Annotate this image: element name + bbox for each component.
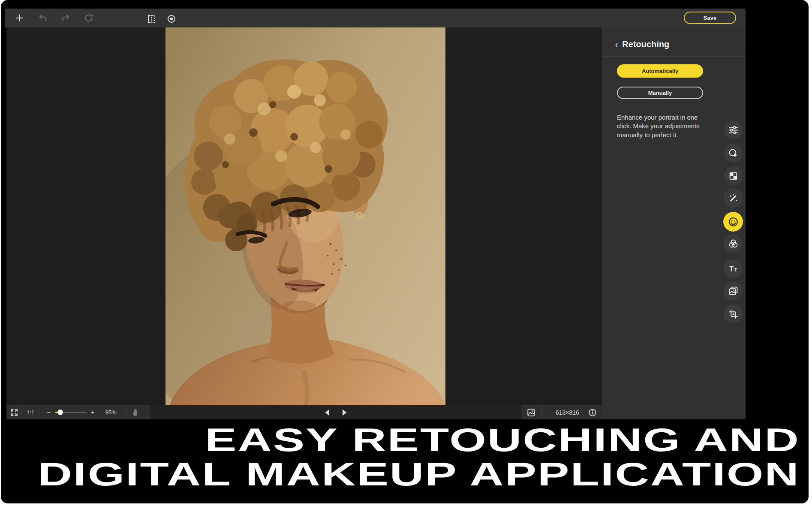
panel-back-header[interactable]: ‹ Retouching	[615, 39, 669, 49]
preview-eye-icon[interactable]	[166, 14, 177, 24]
picture-overlay-icon	[728, 286, 739, 296]
fit-screen-icon[interactable]	[9, 408, 19, 417]
portrait-photo	[165, 27, 445, 405]
zoom-in-button[interactable]: +	[90, 409, 94, 416]
crop-icon	[728, 309, 739, 319]
tool-adjustments[interactable]	[724, 120, 743, 139]
sliders-icon	[728, 125, 739, 136]
editor-canvas[interactable]	[6, 27, 602, 405]
tool-overlays[interactable]	[724, 281, 743, 300]
image-thumbnail-icon[interactable]	[526, 408, 536, 417]
headline-line-2: DIGITAL MAKEUP APPLICATION	[38, 457, 800, 491]
panel-divider	[602, 56, 746, 57]
smiley-face-icon	[728, 217, 739, 227]
tool-crop[interactable]	[724, 304, 743, 323]
next-photo-button[interactable]	[339, 407, 349, 418]
compare-before-after-icon[interactable]	[146, 14, 156, 24]
app-window: Save	[1, 0, 809, 503]
zoom-slider-thumb[interactable]	[57, 410, 63, 415]
tool-face-retouch-active[interactable]	[723, 212, 743, 232]
checkerboard-icon	[728, 171, 739, 181]
venn-circles-icon	[728, 238, 739, 249]
cursor-circle-icon	[728, 148, 739, 159]
tool-text[interactable]: T T	[724, 259, 743, 278]
portrait-illustration	[165, 27, 445, 405]
image-info-group: 613×816	[521, 405, 602, 419]
actual-size-button[interactable]: 1:1	[27, 409, 34, 416]
undo-icon[interactable]	[38, 13, 48, 23]
panel-title: Retouching	[622, 39, 669, 49]
svg-text:T: T	[734, 267, 737, 272]
manually-button[interactable]: Manually	[617, 87, 703, 99]
tool-background[interactable]	[724, 166, 743, 185]
info-icon[interactable]	[588, 408, 597, 417]
marketing-headline: EASY RETOUCHING AND DIGITAL MAKEUP APPLI…	[274, 423, 800, 491]
zoom-slider[interactable]	[55, 412, 87, 413]
panel-description: Enhance your portrait in one click. Make…	[617, 113, 710, 139]
save-button[interactable]: Save	[684, 12, 736, 24]
headline-line-1: EASY RETOUCHING AND	[38, 423, 800, 457]
zoom-controls-group: 1:1 − + 95%	[6, 405, 150, 419]
pan-hand-icon[interactable]	[131, 408, 141, 417]
tool-color-effects[interactable]	[724, 234, 743, 253]
automatically-button[interactable]: Automatically	[617, 64, 703, 78]
back-chevron-icon: ‹	[615, 39, 618, 51]
svg-text:T: T	[729, 265, 734, 273]
zoom-out-button[interactable]: −	[47, 409, 51, 416]
zoom-level-value: 95%	[105, 409, 117, 416]
tool-magic-wand[interactable]	[724, 189, 743, 208]
status-bar: 1:1 − + 95%	[6, 405, 602, 419]
previous-photo-button[interactable]	[323, 407, 333, 418]
image-dimensions: 613×816	[556, 409, 579, 416]
tool-retouch-select[interactable]	[724, 144, 743, 163]
redo-icon[interactable]	[60, 13, 71, 23]
add-photo-icon[interactable]	[14, 13, 24, 23]
reset-icon[interactable]	[84, 13, 94, 23]
text-tool-icon: T T	[728, 264, 739, 274]
top-toolbar: Save	[5, 9, 746, 27]
magic-wand-icon	[728, 193, 739, 204]
